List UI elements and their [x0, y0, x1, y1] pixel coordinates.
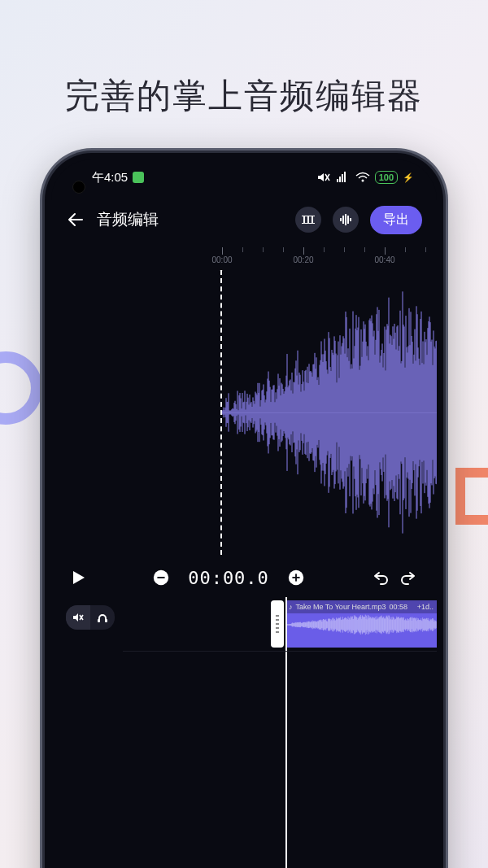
headline-text: 完善的掌上音频编辑器	[0, 73, 488, 119]
svg-rect-2	[337, 179, 338, 182]
export-button[interactable]: 导出	[370, 206, 422, 234]
track-mute-button[interactable]	[66, 605, 90, 630]
nav-title: 音频编辑	[97, 209, 159, 230]
svg-rect-5	[344, 172, 346, 182]
charging-icon: ⚡	[403, 172, 414, 183]
signal-hd-icon	[336, 172, 351, 183]
music-note-icon: ♪	[289, 603, 293, 611]
svg-rect-21	[295, 574, 297, 581]
svg-rect-25	[105, 619, 107, 622]
status-time: 午4:05	[92, 170, 128, 185]
svg-rect-11	[302, 223, 315, 224]
decorative-circle	[0, 351, 42, 425]
clip-filename: Take Me To Your Heart.mp3	[296, 603, 386, 611]
audio-clip[interactable]: ♪ Take Me To Your Heart.mp3 00:58 +1d..	[285, 600, 437, 648]
ruler-label-2: 00:40	[374, 255, 394, 264]
battery-value: 100	[379, 172, 394, 182]
tempo-button[interactable]	[295, 207, 321, 233]
svg-rect-7	[303, 216, 305, 223]
svg-rect-14	[345, 214, 346, 225]
waveform-svg	[222, 270, 437, 555]
svg-rect-12	[340, 218, 342, 221]
clip-waveform	[285, 613, 437, 636]
waveform-button[interactable]	[333, 207, 359, 233]
wifi-icon	[355, 172, 370, 183]
clip-extra: +1d..	[417, 603, 434, 611]
redo-button[interactable]	[398, 565, 422, 590]
clip-trim-handle[interactable]	[271, 600, 284, 648]
svg-rect-24	[98, 619, 100, 622]
play-button[interactable]	[66, 565, 90, 590]
playhead-line[interactable]	[220, 270, 222, 555]
transport-time: 00:00.0	[188, 568, 269, 588]
battery-indicator: 100	[375, 171, 398, 184]
track-row: ♪ Take Me To Your Heart.mp3 00:58 +1d..	[51, 600, 437, 657]
svg-rect-18	[158, 577, 165, 578]
navbar: 音频编辑 导出	[51, 195, 437, 244]
phone-screen: 午4:05 100 ⚡ 音频编辑	[51, 159, 437, 868]
track-lane[interactable]: ♪ Take Me To Your Heart.mp3 00:58 +1d..	[123, 600, 437, 651]
track-monitor-button[interactable]	[90, 605, 115, 630]
zoom-out-button[interactable]	[149, 565, 173, 590]
back-button[interactable]	[66, 210, 85, 229]
svg-rect-9	[312, 216, 313, 223]
ruler-label-0: 00:00	[211, 255, 232, 264]
waveform-main[interactable]	[51, 270, 437, 555]
timeline-ruler[interactable]: 00:00 00:20 00:40	[51, 244, 437, 270]
phone-frame: 午4:05 100 ⚡ 音频编辑	[45, 153, 443, 868]
svg-rect-3	[339, 177, 341, 182]
track-controls	[66, 605, 115, 630]
clip-duration: 00:58	[389, 603, 407, 611]
decorative-square	[455, 468, 488, 525]
statusbar: 午4:05 100 ⚡	[51, 159, 437, 195]
svg-rect-16	[350, 218, 351, 221]
clip-meta: ♪ Take Me To Your Heart.mp3 00:58 +1d..	[285, 600, 437, 613]
svg-rect-10	[302, 216, 315, 216]
svg-rect-8	[307, 216, 309, 223]
undo-button[interactable]	[367, 565, 391, 590]
svg-rect-15	[347, 216, 349, 224]
zoom-in-button[interactable]	[284, 565, 308, 590]
track-playhead	[285, 597, 287, 868]
svg-point-6	[361, 180, 364, 182]
transport-bar: 00:00.0	[51, 555, 437, 600]
svg-rect-13	[342, 216, 344, 224]
camera-punch-hole	[72, 181, 85, 194]
ruler-label-1: 00:20	[293, 255, 313, 264]
track-divider	[123, 651, 437, 652]
playhead-handle-icon[interactable]	[216, 270, 226, 272]
svg-rect-4	[342, 174, 343, 182]
mute-icon	[316, 172, 331, 183]
status-app-indicator-icon	[133, 172, 144, 183]
